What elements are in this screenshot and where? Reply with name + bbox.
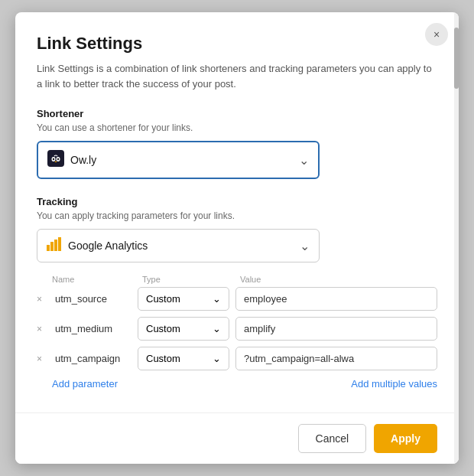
param-type-select-2[interactable]: Custom ⌄ xyxy=(138,317,229,341)
param-type-chevron-2: ⌄ xyxy=(213,323,221,334)
params-header: Name Type Value xyxy=(37,275,437,287)
param-name-3: utm_campaign xyxy=(55,353,131,364)
owl-icon xyxy=(47,150,64,170)
table-row: × utm_campaign Custom ⌄ xyxy=(37,347,437,370)
header-name: Name xyxy=(52,275,136,284)
tracking-label: Tracking xyxy=(37,196,437,207)
tracking-select[interactable]: Google Analytics ⌄ xyxy=(37,229,320,262)
param-value-input-2[interactable] xyxy=(235,317,437,341)
scrollbar-thumb[interactable] xyxy=(454,28,459,89)
modal-title: Link Settings xyxy=(37,34,437,54)
modal-footer: Cancel Apply xyxy=(15,412,459,464)
close-icon: × xyxy=(433,28,440,41)
svg-rect-7 xyxy=(54,240,57,251)
tracking-chevron-icon: ⌄ xyxy=(300,239,310,253)
tracking-section: Tracking You can apply tracking paramete… xyxy=(37,196,437,390)
shortener-select[interactable]: Ow.ly ⌄ xyxy=(37,141,320,179)
shortener-value: Ow.ly xyxy=(70,154,299,166)
remove-row-2[interactable]: × xyxy=(37,324,49,334)
shortener-chevron-icon: ⌄ xyxy=(299,153,309,168)
close-button[interactable]: × xyxy=(425,23,448,46)
shortener-label: Shortener xyxy=(37,108,437,119)
param-type-select-3[interactable]: Custom ⌄ xyxy=(138,347,229,370)
tracking-value: Google Analytics xyxy=(68,240,300,252)
svg-rect-8 xyxy=(58,237,61,251)
add-multiple-values-button[interactable]: Add multiple values xyxy=(351,378,437,390)
svg-point-3 xyxy=(53,158,54,161)
params-table: Name Type Value × utm_source Custom ⌄ xyxy=(37,275,437,370)
param-type-chevron-3: ⌄ xyxy=(213,353,221,364)
modal-description: Link Settings is a combination of link s… xyxy=(37,61,437,91)
params-links: Add parameter Add multiple values xyxy=(37,378,437,390)
table-row: × utm_medium Custom ⌄ xyxy=(37,317,437,341)
scrollbar-track xyxy=(454,12,459,464)
header-type: Type xyxy=(142,275,234,284)
remove-row-3[interactable]: × xyxy=(37,354,49,364)
add-parameter-button[interactable]: Add parameter xyxy=(52,378,118,390)
param-value-input-3[interactable] xyxy=(235,347,437,370)
header-value: Value xyxy=(240,275,437,284)
svg-rect-5 xyxy=(47,245,50,251)
param-type-value-1: Custom xyxy=(146,293,180,305)
shortener-section: Shortener You can use a shortener for yo… xyxy=(37,108,437,179)
table-row: × utm_source Custom ⌄ xyxy=(37,287,437,311)
shortener-desc: You can use a shortener for your links. xyxy=(37,122,437,133)
param-name-2: utm_medium xyxy=(55,323,131,334)
param-name-1: utm_source xyxy=(55,293,131,305)
modal: × Link Settings Link Settings is a combi… xyxy=(15,12,459,464)
modal-overlay: × Link Settings Link Settings is a combi… xyxy=(0,0,474,476)
remove-row-1[interactable]: × xyxy=(37,294,49,305)
param-type-value-3: Custom xyxy=(146,353,180,364)
svg-rect-0 xyxy=(47,150,64,167)
apply-button[interactable]: Apply xyxy=(374,424,437,453)
param-type-chevron-1: ⌄ xyxy=(213,293,221,305)
cancel-button[interactable]: Cancel xyxy=(298,424,367,453)
modal-content: × Link Settings Link Settings is a combi… xyxy=(15,12,459,412)
param-type-value-2: Custom xyxy=(146,323,180,334)
param-value-input-1[interactable] xyxy=(235,287,437,311)
svg-rect-6 xyxy=(50,242,54,251)
tracking-desc: You can apply tracking parameters for yo… xyxy=(37,210,437,221)
analytics-icon xyxy=(47,237,62,254)
param-type-select-1[interactable]: Custom ⌄ xyxy=(138,287,229,311)
svg-point-4 xyxy=(57,158,59,161)
